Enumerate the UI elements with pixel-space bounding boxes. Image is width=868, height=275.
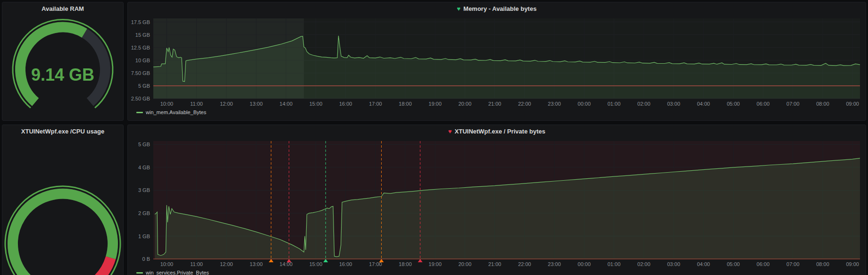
x-tick-label: 19:00 bbox=[429, 261, 442, 267]
x-tick-label: 23:00 bbox=[548, 261, 561, 267]
x-tick-label: 08:00 bbox=[816, 101, 829, 107]
y-tick-label: 4 GB bbox=[138, 165, 150, 170]
x-tick-label: 21:00 bbox=[488, 101, 501, 107]
x-tick-label: 23:00 bbox=[548, 101, 561, 107]
x-tick-label: 08:00 bbox=[816, 261, 829, 267]
y-tick-label: 2 GB bbox=[138, 210, 150, 216]
x-tick-label: 18:00 bbox=[399, 261, 412, 267]
panel-title-cpu-usage[interactable]: XTUINetWpf.exe /CPU usage bbox=[2, 125, 123, 137]
legend-item-available-bytes[interactable]: win_mem.Available_Bytes bbox=[128, 109, 866, 115]
x-tick-label: 10:00 bbox=[160, 261, 174, 267]
annotation-marker[interactable] bbox=[379, 259, 384, 262]
x-tick-label: 10:00 bbox=[160, 101, 174, 107]
x-tick-label: 05:00 bbox=[727, 261, 740, 267]
panel-cpu-usage: XTUINetWpf.exe /CPU usage bbox=[2, 125, 124, 275]
cpu-usage-gauge-wrap bbox=[2, 137, 123, 275]
x-tick-label: 04:00 bbox=[697, 261, 710, 267]
legend-item-private-bytes[interactable]: win_services.Private_Bytes bbox=[128, 269, 866, 275]
y-tick-label: 5 GB bbox=[138, 142, 150, 147]
x-tick-label: 17:00 bbox=[369, 101, 382, 107]
x-tick-label: 20:00 bbox=[459, 261, 472, 267]
y-tick-label: 3 GB bbox=[138, 187, 150, 193]
x-tick-label: 03:00 bbox=[667, 101, 680, 107]
x-tick-label: 19:00 bbox=[429, 101, 442, 107]
panel-title-memory[interactable]: ♥ Memory - Available bytes bbox=[128, 2, 866, 15]
x-tick-label: 02:00 bbox=[637, 101, 651, 107]
y-tick-label: 1 GB bbox=[138, 233, 150, 239]
x-tick-label: 16:00 bbox=[339, 101, 352, 107]
gauge-value: 9.14 GB bbox=[2, 65, 123, 85]
y-tick-label: 17.5 GB bbox=[131, 19, 150, 25]
gauge-value-arc bbox=[95, 258, 111, 275]
grafana-dashboard: Available RAM 9.14 GB ♥ Memory - Availab… bbox=[0, 0, 868, 275]
y-tick-label: 10 GB bbox=[135, 58, 150, 63]
alert-ok-heart-icon: ♥ bbox=[457, 6, 461, 12]
annotation-marker[interactable] bbox=[323, 259, 328, 262]
x-tick-label: 22:00 bbox=[518, 261, 531, 267]
x-tick-label: 13:00 bbox=[250, 261, 263, 267]
x-tick-label: 06:00 bbox=[757, 101, 770, 107]
private-bytes-chart-canvas[interactable]: 0 B1 GB2 GB3 GB4 GB5 GB10:0011:0012:0013… bbox=[128, 137, 866, 269]
x-tick-label: 03:00 bbox=[667, 261, 680, 267]
y-tick-label: 2.50 GB bbox=[131, 96, 150, 101]
available-ram-gauge-wrap: 9.14 GB bbox=[2, 15, 123, 120]
x-tick-label: 12:00 bbox=[220, 101, 233, 107]
y-tick-label: 15 GB bbox=[135, 32, 150, 38]
x-tick-label: 01:00 bbox=[608, 261, 621, 267]
gauge-threshold-ring bbox=[5, 186, 120, 275]
annotation-marker[interactable] bbox=[269, 259, 274, 262]
x-tick-label: 16:00 bbox=[339, 261, 352, 267]
legend-swatch bbox=[136, 272, 143, 274]
legend-label: win_mem.Available_Bytes bbox=[146, 109, 206, 115]
x-tick-label: 21:00 bbox=[488, 261, 501, 267]
x-tick-label: 05:00 bbox=[727, 101, 740, 107]
panel-title-private-bytes[interactable]: ♥ XTUINetWpf.exe / Private bytes bbox=[128, 125, 866, 137]
panel-title-text: Available RAM bbox=[42, 5, 84, 12]
x-tick-label: 00:00 bbox=[578, 101, 591, 107]
alert-alerting-heart-icon: ♥ bbox=[448, 128, 452, 134]
x-tick-label: 09:00 bbox=[846, 101, 859, 107]
x-tick-label: 11:00 bbox=[190, 101, 203, 107]
x-tick-label: 06:00 bbox=[757, 261, 770, 267]
x-tick-label: 04:00 bbox=[697, 101, 710, 107]
annotation-marker[interactable] bbox=[287, 259, 292, 262]
x-tick-label: 18:00 bbox=[399, 101, 412, 107]
x-tick-label: 11:00 bbox=[190, 261, 203, 267]
y-tick-label: 12.5 GB bbox=[131, 45, 150, 50]
x-tick-label: 14:00 bbox=[280, 101, 293, 107]
x-tick-label: 02:00 bbox=[637, 261, 651, 267]
x-tick-label: 12:00 bbox=[220, 261, 233, 267]
x-tick-label: 09:00 bbox=[846, 261, 859, 267]
y-tick-label: 0 B bbox=[142, 256, 150, 262]
legend-label: win_services.Private_Bytes bbox=[146, 270, 209, 275]
cpu-usage-gauge bbox=[2, 137, 123, 275]
x-tick-label: 15:00 bbox=[309, 261, 323, 267]
x-tick-label: 07:00 bbox=[786, 101, 800, 107]
panel-memory-available-bytes: ♥ Memory - Available bytes 2.50 GB5 GB7.… bbox=[127, 2, 866, 121]
panel-title-text: Memory - Available bytes bbox=[463, 5, 536, 12]
y-tick-label: 5 GB bbox=[138, 83, 150, 89]
x-tick-label: 07:00 bbox=[786, 261, 800, 267]
panel-private-bytes: ♥ XTUINetWpf.exe / Private bytes 0 B1 GB… bbox=[127, 125, 866, 275]
x-tick-label: 00:00 bbox=[578, 261, 591, 267]
annotation-marker[interactable] bbox=[418, 259, 423, 262]
panel-available-ram: Available RAM 9.14 GB bbox=[2, 2, 124, 121]
gauge-value-arc bbox=[13, 194, 113, 275]
x-tick-label: 15:00 bbox=[309, 101, 323, 107]
panel-title-text: XTUINetWpf.exe / Private bytes bbox=[455, 128, 545, 135]
x-tick-label: 22:00 bbox=[518, 101, 531, 107]
panel-title-available-ram[interactable]: Available RAM bbox=[2, 2, 123, 15]
y-tick-label: 7.50 GB bbox=[131, 70, 150, 76]
x-tick-label: 20:00 bbox=[459, 101, 472, 107]
x-tick-label: 13:00 bbox=[250, 101, 263, 107]
memory-chart-canvas[interactable]: 2.50 GB5 GB7.50 GB10 GB12.5 GB15 GB17.5 … bbox=[128, 15, 866, 109]
legend-swatch bbox=[136, 112, 143, 113]
panel-title-text: XTUINetWpf.exe /CPU usage bbox=[21, 128, 104, 135]
x-tick-label: 01:00 bbox=[608, 101, 621, 107]
